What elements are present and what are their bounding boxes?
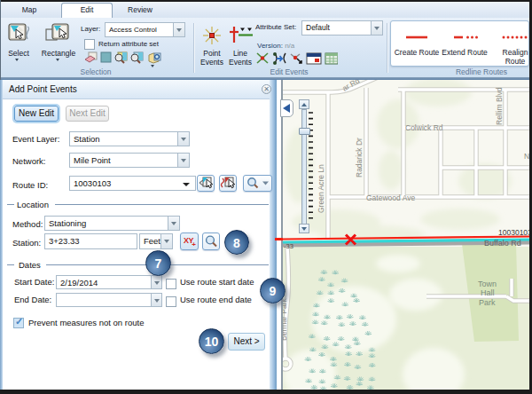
svg-text:Town: Town [478, 280, 497, 288]
svg-text:Gatewood Ave: Gatewood Ave [366, 193, 415, 202]
svg-text:Green Acre Ln: Green Acre Ln [317, 164, 325, 213]
svg-text:10030103: 10030103 [498, 228, 529, 237]
svg-text:Hall: Hall [481, 288, 495, 297]
svg-text:-33: -33 [284, 242, 293, 250]
svg-text:Rellim Blvd: Rellim Blvd [495, 87, 504, 125]
svg-text:Buffalo Rd: Buffalo Rd [484, 239, 521, 248]
svg-text:Park: Park [479, 298, 496, 307]
svg-text:Colwick Rd: Colwick Rd [405, 123, 443, 132]
svg-text:Radarick Dr: Radarick Dr [355, 138, 364, 177]
svg-text:Bermar Park: Bermar Park [283, 298, 288, 341]
